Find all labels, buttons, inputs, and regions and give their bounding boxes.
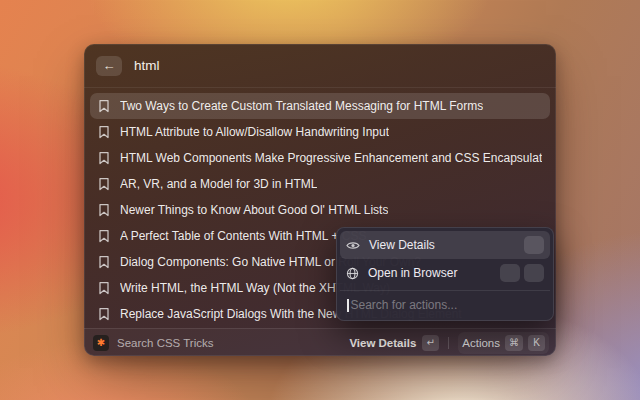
asterisk-glyph: ✱	[97, 338, 105, 348]
bookmark-icon	[98, 203, 110, 217]
text-cursor	[347, 299, 349, 312]
list-item-title: Two Ways to Create Custom Translated Mes…	[120, 99, 483, 113]
action-shortcuts	[524, 236, 544, 254]
list-item-title: HTML Attribute to Allow/Disallow Handwri…	[120, 125, 389, 139]
action-item[interactable]: Open in Browser	[340, 259, 550, 287]
action-item-label: Open in Browser	[368, 266, 457, 280]
list-item-title: AR, VR, and a Model for 3D in HTML	[120, 177, 317, 191]
enter-key-badge: ↵	[422, 335, 439, 351]
bookmark-icon	[98, 99, 110, 113]
list-item[interactable]: HTML Attribute to Allow/Disallow Handwri…	[90, 119, 550, 145]
css-tricks-icon: ✱	[93, 335, 109, 351]
actions-label: Actions	[462, 337, 500, 349]
list-item[interactable]: Newer Things to Know About Good Ol' HTML…	[90, 197, 550, 223]
shortcut-key-badge	[524, 264, 544, 282]
action-shortcuts	[500, 264, 544, 282]
eye-icon	[346, 240, 360, 251]
status-bar: ✱ Search CSS Tricks View Details ↵ Actio…	[84, 328, 556, 356]
k-key-badge: K	[528, 335, 545, 351]
shortcut-key-badge	[500, 264, 520, 282]
bookmark-icon	[98, 125, 110, 139]
primary-action-button[interactable]: View Details	[349, 337, 416, 349]
source-label: Search CSS Tricks	[117, 337, 214, 349]
back-arrow-icon: ←	[103, 59, 116, 72]
search-input[interactable]: html	[134, 58, 160, 73]
cmd-key-badge: ⌘	[505, 335, 523, 351]
back-button[interactable]: ←	[96, 56, 122, 76]
bookmark-icon	[98, 281, 110, 295]
search-header: ← html	[84, 44, 556, 88]
list-item-title: HTML Web Components Make Progressive Enh…	[120, 151, 542, 165]
bookmark-icon	[98, 151, 110, 165]
actions-search-input[interactable]: Search for actions...	[340, 290, 550, 317]
bookmark-icon	[98, 177, 110, 191]
list-item[interactable]: AR, VR, and a Model for 3D in HTML	[90, 171, 550, 197]
action-item[interactable]: View Details	[340, 231, 550, 259]
list-item[interactable]: HTML Web Components Make Progressive Enh…	[90, 145, 550, 171]
bookmark-icon	[98, 229, 110, 243]
actions-popup-list: View Details Open in Browser	[340, 231, 550, 287]
actions-menu-button[interactable]: Actions ⌘ K	[458, 332, 549, 354]
footer-actions: View Details ↵ Actions ⌘ K	[349, 332, 549, 354]
list-item[interactable]: Two Ways to Create Custom Translated Mes…	[90, 93, 550, 119]
launcher-window: ← html Two Ways to Create Custom Transla…	[84, 44, 556, 356]
shortcut-key-badge	[524, 236, 544, 254]
bookmark-icon	[98, 307, 110, 321]
globe-icon	[346, 267, 359, 280]
footer-divider	[448, 337, 449, 349]
actions-popup: View Details Open in Browser	[336, 227, 554, 321]
actions-search-placeholder: Search for actions...	[351, 298, 458, 312]
list-item-title: A Perfect Table of Contents With HTML + …	[120, 229, 366, 243]
bookmark-icon	[98, 255, 110, 269]
action-item-label: View Details	[369, 238, 435, 252]
list-item-title: Newer Things to Know About Good Ol' HTML…	[120, 203, 388, 217]
